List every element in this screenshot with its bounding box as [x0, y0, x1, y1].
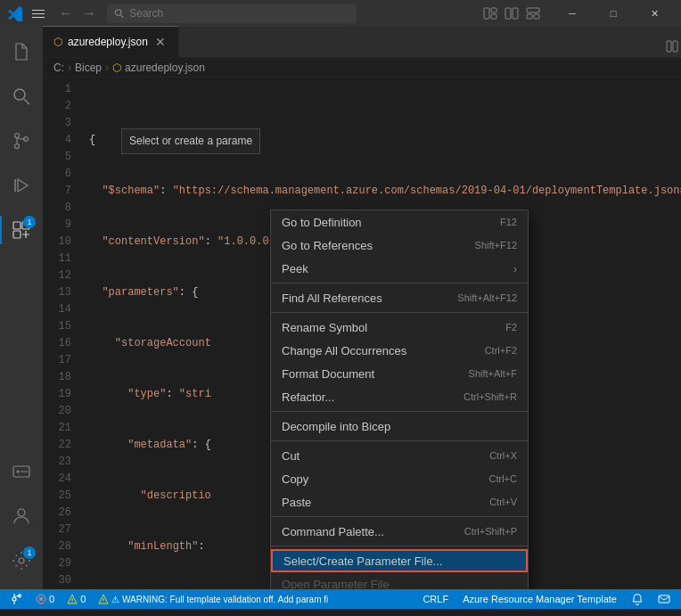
status-crlf[interactable]: CRLF: [419, 589, 452, 609]
svg-rect-8: [527, 14, 532, 19]
extensions-badge: 1: [23, 216, 36, 228]
tab-file-icon: ⬡: [53, 36, 62, 48]
search-input[interactable]: [129, 7, 349, 20]
menu-separator-2: [271, 312, 528, 313]
menu-item-refactor[interactable]: Refactor... Ctrl+Shift+R: [271, 385, 528, 408]
activity-bar-bottom: 1: [0, 450, 43, 589]
status-bell[interactable]: [628, 589, 647, 609]
svg-rect-6: [513, 8, 518, 19]
menu-item-find-all-references[interactable]: Find All References Shift+Alt+F12: [271, 286, 528, 309]
menu-separator-4: [271, 440, 528, 441]
title-bar-left: ← →: [7, 3, 100, 24]
tab-right-buttons: •••: [661, 36, 681, 57]
svg-rect-7: [527, 8, 539, 12]
menu-item-peek[interactable]: Peek ›: [271, 257, 528, 280]
menu-item-go-to-references[interactable]: Go to References Shift+F12: [271, 234, 528, 257]
menu-item-rename-symbol[interactable]: Rename Symbol F2: [271, 316, 528, 339]
svg-rect-24: [667, 41, 671, 52]
status-source-control[interactable]: [7, 589, 27, 609]
menu-item-format-document[interactable]: Format Document Shift+Alt+F: [271, 362, 528, 385]
menu-item-paste[interactable]: Paste Ctrl+V: [271, 490, 528, 513]
editor-area: ⬡ azuredeploy.json ✕ ••• C: › Bicep › ⬡ …: [43, 27, 681, 589]
menu-item-change-all-occurrences[interactable]: Change All Occurrences Ctrl+F2: [271, 339, 528, 362]
tab-bar: ⬡ azuredeploy.json ✕ •••: [43, 27, 681, 58]
svg-rect-34: [659, 595, 669, 603]
close-button[interactable]: ✕: [635, 0, 674, 27]
svg-rect-3: [491, 8, 496, 12]
hamburger-menu-icon[interactable]: [30, 4, 48, 22]
activity-item-explorer[interactable]: [0, 30, 43, 73]
window-controls: ─ □ ✕: [553, 0, 674, 27]
nav-buttons: ← →: [55, 3, 100, 24]
status-warnings[interactable]: 0: [63, 589, 89, 609]
menu-separator-6: [271, 546, 528, 546]
svg-rect-18: [13, 231, 21, 238]
line-numbers: 12345 678910 1112131415 1617181920 21222…: [43, 78, 82, 589]
menu-item-select-create-parameter-file[interactable]: Select/Create Parameter File...: [271, 549, 528, 572]
status-warning-message[interactable]: ⚠ WARNING: Full template validation off.…: [94, 589, 332, 609]
split-editor-button[interactable]: [503, 4, 521, 22]
status-crlf-label: CRLF: [423, 594, 448, 604]
forward-button[interactable]: →: [78, 3, 100, 24]
status-bar-right: CRLF Azure Resource Manager Template: [419, 589, 674, 609]
menu-item-go-to-definition[interactable]: Go to Definition F12: [271, 210, 528, 234]
menu-item-command-palette[interactable]: Command Palette... Ctrl+Shift+P: [271, 520, 528, 543]
menu-separator-1: [271, 283, 528, 283]
menu-item-decompile-into-bicep[interactable]: Decompile into Bicep: [271, 415, 528, 438]
breadcrumb: C: › Bicep › ⬡ azuredeploy.json: [43, 58, 681, 78]
svg-rect-2: [484, 8, 489, 19]
activity-item-source-control[interactable]: [0, 119, 43, 162]
code-tooltip: Select or create a parame: [121, 128, 260, 154]
svg-point-0: [115, 10, 121, 16]
search-bar[interactable]: [107, 4, 357, 23]
title-bar: ← → ─ □ ✕: [0, 0, 681, 27]
split-editor-right-button[interactable]: [661, 36, 681, 57]
status-mail[interactable]: [654, 589, 674, 609]
maximize-button[interactable]: □: [594, 0, 633, 27]
svg-rect-4: [491, 14, 496, 19]
status-bar-left: 0 0 ⚠ WARNING: Full template validation …: [7, 589, 332, 609]
vscode-logo-icon: [7, 5, 23, 21]
tab-label: azuredeploy.json: [68, 36, 148, 48]
activity-bar: 1 1: [0, 27, 43, 589]
settings-badge: 1: [23, 546, 36, 559]
svg-line-1: [120, 15, 123, 18]
status-language-label: Azure Resource Manager Template: [463, 594, 617, 604]
activity-item-extensions[interactable]: 1: [0, 209, 43, 251]
svg-point-26: [12, 597, 16, 601]
code-editor: 12345 678910 1112131415 1617181920 21222…: [43, 78, 681, 589]
main-layout: 1 1: [0, 27, 681, 589]
layout-button[interactable]: [524, 4, 542, 22]
activity-item-search[interactable]: [0, 75, 43, 118]
error-count: 0: [49, 594, 54, 604]
menu-separator-5: [271, 516, 528, 517]
svg-rect-16: [13, 222, 21, 229]
breadcrumb-bicep[interactable]: Bicep: [75, 62, 102, 74]
tab-close-button[interactable]: ✕: [153, 35, 168, 49]
menu-item-cut[interactable]: Cut Ctrl+X: [271, 444, 528, 467]
search-icon: [114, 8, 124, 19]
status-bar: 0 0 ⚠ WARNING: Full template validation …: [0, 589, 681, 609]
activity-item-run[interactable]: [0, 164, 43, 207]
menu-item-copy[interactable]: Copy Ctrl+C: [271, 467, 528, 490]
svg-point-20: [17, 471, 20, 473]
svg-rect-9: [534, 14, 539, 19]
back-button[interactable]: ←: [55, 3, 77, 24]
minimize-button[interactable]: ─: [553, 0, 592, 27]
warning-count: 0: [80, 594, 86, 604]
tab-azuredeploy-json[interactable]: ⬡ azuredeploy.json ✕: [43, 26, 179, 57]
status-errors[interactable]: 0: [32, 589, 58, 609]
activity-item-settings[interactable]: 1: [0, 539, 43, 582]
svg-point-10: [14, 89, 25, 100]
layout-toggle-button[interactable]: [481, 4, 499, 22]
menu-separator-3: [271, 411, 528, 412]
breadcrumb-c[interactable]: C:: [53, 62, 64, 74]
breadcrumb-file[interactable]: azuredeploy.json: [125, 62, 205, 74]
status-language[interactable]: Azure Resource Manager Template: [459, 589, 620, 609]
activity-item-accounts[interactable]: [0, 495, 43, 538]
activity-item-remote[interactable]: [0, 450, 43, 493]
svg-point-32: [72, 602, 73, 603]
svg-rect-5: [505, 8, 511, 19]
svg-rect-25: [673, 41, 677, 52]
context-menu: Go to Definition F12 Go to References Sh…: [270, 209, 529, 589]
